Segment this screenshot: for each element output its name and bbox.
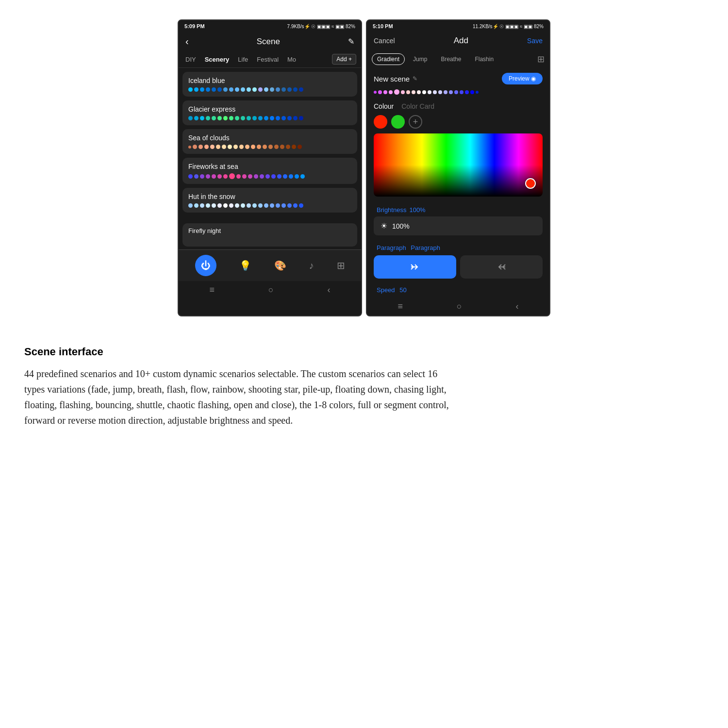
power-button[interactable]: ⏻ <box>195 255 216 276</box>
cancel-button[interactable]: Cancel <box>374 37 395 45</box>
dot <box>295 174 299 179</box>
bottom-nav-1: ⏻ 💡 🎨 ♪ ⊞ <box>179 249 361 281</box>
dot <box>251 145 255 149</box>
dot <box>235 203 239 208</box>
preview-dot <box>470 90 474 94</box>
dot <box>258 116 263 120</box>
add-color-button[interactable]: + <box>409 115 422 129</box>
add-tab-button[interactable]: Add + <box>332 54 356 65</box>
color-picker-handle[interactable] <box>525 178 536 189</box>
swatch-red[interactable] <box>374 115 387 129</box>
time-1: 5:09 PM <box>184 23 205 29</box>
scene-item-sea-clouds[interactable]: Sea of clouds <box>182 129 357 154</box>
home-icon-2[interactable]: ○ <box>457 301 462 312</box>
paragraph-btn-reverse[interactable] <box>460 255 543 279</box>
paragraph-btn-forward[interactable] <box>374 255 456 279</box>
colour-header: Colour Color Card <box>374 102 543 110</box>
preview-dot <box>383 90 387 94</box>
back-android-icon-2[interactable]: ‹ <box>516 301 519 312</box>
preview-dot <box>428 90 431 94</box>
dot <box>188 87 193 92</box>
menu-icon-2[interactable]: ≡ <box>397 301 403 312</box>
scene-name-sea-clouds: Sea of clouds <box>188 134 351 142</box>
dot <box>274 145 279 149</box>
dot <box>270 87 274 92</box>
scene-item-firefly[interactable]: Firefly night <box>182 223 357 247</box>
back-android-icon[interactable]: ‹ <box>328 285 331 295</box>
sun-icon: ☀ <box>381 221 387 231</box>
scene-item-hut[interactable]: Hut in the snow <box>182 188 357 213</box>
tab-scenery[interactable]: Scenery <box>203 55 232 64</box>
dot <box>212 203 216 208</box>
dot <box>217 116 222 120</box>
preview-dot <box>389 90 393 94</box>
nav-bar-1: ‹ Scene ✎ <box>179 32 361 51</box>
scene-dots-hut <box>188 203 351 208</box>
tab-jump[interactable]: Jump <box>408 53 432 65</box>
scene-name-row: New scene ✎ Preview ◉ <box>367 69 549 86</box>
palette-icon[interactable]: 🎨 <box>274 260 286 271</box>
scene-name-glacier: Glacier express <box>188 105 351 113</box>
description-section: Scene interface 44 predefined scenarios … <box>19 336 456 438</box>
swatch-green[interactable] <box>391 115 405 129</box>
dot <box>300 174 305 179</box>
dot <box>194 116 199 120</box>
preview-button[interactable]: Preview ◉ <box>502 73 543 84</box>
dot <box>248 174 252 179</box>
dot <box>194 87 199 92</box>
preview-dots-row <box>367 86 549 98</box>
dot <box>236 174 241 179</box>
dot <box>263 145 267 149</box>
back-icon[interactable]: ‹ <box>185 36 189 47</box>
preview-dot <box>374 91 377 94</box>
dot <box>229 116 233 120</box>
dot <box>264 87 268 92</box>
dot <box>200 174 204 179</box>
tab-breathe[interactable]: Breathe <box>435 53 466 65</box>
menu-icon[interactable]: ≡ <box>209 285 215 295</box>
brightness-slider[interactable]: ☀ 100% <box>374 216 543 235</box>
color-picker[interactable] <box>374 133 543 197</box>
home-icon[interactable]: ○ <box>268 285 274 295</box>
scene-item-iceland[interactable]: Iceland blue <box>182 72 357 97</box>
scene-item-fireworks[interactable]: Fireworks at sea <box>182 158 357 184</box>
tab-flashing[interactable]: Flashin <box>469 53 499 65</box>
grid-effect-icon[interactable]: ⊞ <box>537 54 545 65</box>
scene-item-glacier[interactable]: Glacier express <box>182 100 357 125</box>
tab-diy[interactable]: DIY <box>183 55 198 64</box>
grid-nav-icon[interactable]: ⊞ <box>337 260 345 271</box>
dot <box>281 203 286 208</box>
edit-icon[interactable]: ✎ <box>348 37 354 46</box>
dot <box>206 87 210 92</box>
dot <box>188 116 193 120</box>
dot <box>293 87 298 92</box>
scene-name-fireworks: Fireworks at sea <box>188 163 351 170</box>
dot <box>194 203 199 208</box>
music-icon[interactable]: ♪ <box>309 260 314 271</box>
tab-festival[interactable]: Festival <box>255 55 281 64</box>
dot <box>223 116 228 120</box>
dot <box>229 87 233 92</box>
dot <box>233 145 238 149</box>
dot <box>217 87 222 92</box>
dot <box>257 145 261 149</box>
dot <box>281 87 286 92</box>
preview-dot <box>378 90 382 94</box>
scene-dots-iceland <box>188 87 351 92</box>
dot <box>235 116 239 120</box>
save-button[interactable]: Save <box>527 37 543 45</box>
preview-dot <box>454 90 458 94</box>
paragraph-label: Paragraph Paragraph <box>374 244 543 251</box>
dot <box>188 203 193 208</box>
tab-gradient[interactable]: Gradient <box>372 53 405 65</box>
dot <box>200 203 204 208</box>
preview-dot <box>401 90 405 94</box>
scene-edit-icon[interactable]: ✎ <box>413 75 417 82</box>
tab-life[interactable]: Life <box>236 55 250 64</box>
preview-dot <box>444 90 447 94</box>
tab-more[interactable]: Mo <box>285 55 298 64</box>
bulb-icon[interactable]: 💡 <box>239 260 251 271</box>
scene-list: Iceland blue Glacier express Sea of clou… <box>179 68 361 220</box>
dot <box>283 174 287 179</box>
add-title: Add <box>454 36 468 46</box>
